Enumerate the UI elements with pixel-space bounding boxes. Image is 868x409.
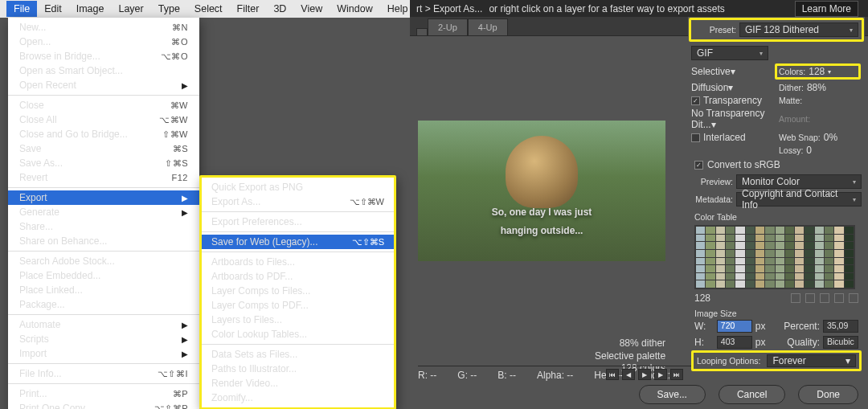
menu-window[interactable]: Window <box>330 1 379 17</box>
menuitem-open-as-smart-object-[interactable]: Open as Smart Object... <box>8 63 199 78</box>
looping-highlight: Looping Options: Forever▾ <box>691 350 862 371</box>
menu-3d[interactable]: 3D <box>266 1 293 17</box>
prev-frame-icon: ◀ <box>622 369 635 380</box>
menuitem-file-info-[interactable]: File Info...⌥⇧⌘I <box>8 366 199 381</box>
menu-layer[interactable]: Layer <box>111 1 150 17</box>
menubar: FileEditImageLayerTypeSelectFilter3DView… <box>0 0 410 18</box>
last-frame-icon: ⏭ <box>670 369 683 380</box>
imagesize-header: Image Size <box>694 309 858 318</box>
looping-select[interactable]: Forever▾ <box>767 354 856 367</box>
colors-input[interactable]: 128 <box>809 66 825 77</box>
submenuitem-color-lookup-tables-[interactable]: Color Lookup Tables... <box>202 327 394 342</box>
file-menu: New...⌘NOpen...⌘OBrowse in Bridge...⌥⌘OO… <box>8 18 199 409</box>
websnap-input[interactable]: 0% <box>824 132 837 143</box>
colors-label: Colors: <box>779 67 805 76</box>
transparency-checkbox[interactable]: ✓ <box>691 96 700 105</box>
menu-select[interactable]: Select <box>187 1 230 17</box>
preview-select[interactable]: Monitor Color▾ <box>736 174 862 189</box>
submenuitem-quick-export-as-png[interactable]: Quick Export as PNG <box>202 180 394 194</box>
next-frame-icon: ▶ <box>654 369 667 380</box>
tab-4up[interactable]: 4-Up <box>468 18 508 35</box>
submenuitem-zoomify-[interactable]: Zoomify... <box>202 391 394 405</box>
menuitem-import[interactable]: Import▶ <box>8 346 199 361</box>
submenuitem-artboards-to-pdf-: Artboards to PDF... <box>202 269 394 284</box>
submenuitem-artboards-to-files-: Artboards to Files... <box>202 255 394 269</box>
preview-image: So, one day I was justhanging outside... <box>418 121 665 261</box>
colortable-header: Color Table <box>694 212 858 222</box>
interlaced-checkbox[interactable] <box>691 133 700 142</box>
submenuitem-layer-comps-to-pdf-: Layer Comps to PDF... <box>202 298 394 313</box>
transdither-select[interactable]: No Transparency Dit...▾ <box>691 108 774 130</box>
percent-input[interactable]: 35,09 <box>823 320 858 333</box>
menuitem-place-embedded-[interactable]: Place Embedded... <box>8 268 199 283</box>
preview-content <box>506 136 578 208</box>
submenuitem-layer-comps-to-files-: Layer Comps to Files... <box>202 284 394 298</box>
menu-view[interactable]: View <box>293 1 330 17</box>
dialog-buttons: Save... Cancel Done <box>639 385 858 404</box>
tip-path: rt > Export As... <box>416 3 482 14</box>
tip-text: or right click on a layer for a faster w… <box>489 3 724 14</box>
menuitem-print-one-copy[interactable]: Print One Copy⌥⇧⌘P <box>8 401 199 409</box>
preset-label: Preset: <box>694 25 736 35</box>
learn-more-button[interactable]: Learn More <box>795 1 858 17</box>
cancel-button[interactable]: Cancel <box>719 385 785 404</box>
submenuitem-export-preferences-[interactable]: Export Preferences... <box>202 215 394 229</box>
menuitem-print-[interactable]: Print...⌘P <box>8 387 199 401</box>
first-frame-icon: ⏮ <box>606 369 619 380</box>
quality-select[interactable]: Bicubic <box>823 336 858 349</box>
submenuitem-layers-to-files-[interactable]: Layers to Files... <box>202 313 394 327</box>
dither-select[interactable]: Diffusion▾ <box>691 82 733 93</box>
menuitem-save-as-[interactable]: Save As...⇧⌘S <box>8 156 199 170</box>
menuitem-scripts[interactable]: Scripts▶ <box>8 332 199 346</box>
submenuitem-save-for-web-legacy-[interactable]: Save for Web (Legacy)...⌥⇧⌘S <box>202 235 394 249</box>
color-table[interactable] <box>694 225 855 289</box>
colortable-icons[interactable] <box>791 293 858 303</box>
menuitem-share-[interactable]: Share... <box>8 219 199 234</box>
lossy-input[interactable]: 0 <box>806 145 812 156</box>
menuitem-package-: Package... <box>8 297 199 312</box>
width-input[interactable]: 720 <box>717 320 752 333</box>
submenuitem-export-as-[interactable]: Export As...⌥⇧⌘W <box>202 194 394 209</box>
tab-2up[interactable]: 2-Up <box>428 18 468 35</box>
play-icon: ▶ <box>638 369 651 380</box>
menuitem-open-recent[interactable]: Open Recent▶ <box>8 78 199 92</box>
menuitem-revert: RevertF12 <box>8 170 199 185</box>
menu-image[interactable]: Image <box>69 1 112 17</box>
dither-pct[interactable]: 88% <box>807 82 826 93</box>
menuitem-share-on-behance-: Share on Behance... <box>8 234 199 248</box>
menuitem-export[interactable]: Export▶ <box>8 190 199 205</box>
submenuitem-paths-to-illustrator-[interactable]: Paths to Illustrator... <box>202 362 394 376</box>
menu-edit[interactable]: Edit <box>37 1 69 17</box>
tip-bar: rt > Export As... or right click on a la… <box>410 0 868 17</box>
preset-select[interactable]: GIF 128 Dithered▾ <box>739 22 858 37</box>
menuitem-close-all[interactable]: Close All⌥⌘W <box>8 112 199 127</box>
menu-file[interactable]: File <box>6 1 37 17</box>
animation-playbar[interactable]: ⏮◀▶▶⏭ <box>606 369 683 380</box>
menuitem-place-linked-[interactable]: Place Linked... <box>8 283 199 297</box>
srgb-checkbox[interactable]: ✓ <box>694 161 703 170</box>
metadata-select[interactable]: Copyright and Contact Info▾ <box>736 192 862 207</box>
format-select[interactable]: GIF▾ <box>691 46 768 60</box>
preset-highlight: Preset: GIF 128 Dithered▾ <box>689 18 864 42</box>
menuitem-open-[interactable]: Open...⌘O <box>8 35 199 49</box>
menuitem-close-and-go-to-bridge-[interactable]: Close and Go to Bridge...⇧⌘W <box>8 127 199 141</box>
export-submenu: Quick Export as PNGExport As...⌥⇧⌘WExpor… <box>199 175 396 409</box>
save-button[interactable]: Save... <box>639 385 706 404</box>
menuitem-save: Save⌘S <box>8 141 199 156</box>
tab-original[interactable] <box>416 28 428 35</box>
menu-type[interactable]: Type <box>151 1 187 17</box>
menuitem-browse-in-bridge-[interactable]: Browse in Bridge...⌥⌘O <box>8 49 199 63</box>
settings-panel: Preset: GIF 128 Dithered▾ GIF▾ Selective… <box>688 17 865 374</box>
submenuitem-data-sets-as-files-: Data Sets as Files... <box>202 347 394 362</box>
height-input[interactable]: 403 <box>717 336 752 349</box>
menu-filter[interactable]: Filter <box>230 1 267 17</box>
menuitem-generate[interactable]: Generate▶ <box>8 205 199 219</box>
palette-select[interactable]: Selective▾ <box>691 66 735 77</box>
menuitem-close[interactable]: Close⌘W <box>8 98 199 112</box>
menuitem-search-adobe-stock-[interactable]: Search Adobe Stock... <box>8 254 199 268</box>
done-button[interactable]: Done <box>798 385 858 404</box>
submenuitem-render-video-[interactable]: Render Video... <box>202 376 394 391</box>
menuitem-automate[interactable]: Automate▶ <box>8 317 199 332</box>
menuitem-new-[interactable]: New...⌘N <box>8 20 199 35</box>
